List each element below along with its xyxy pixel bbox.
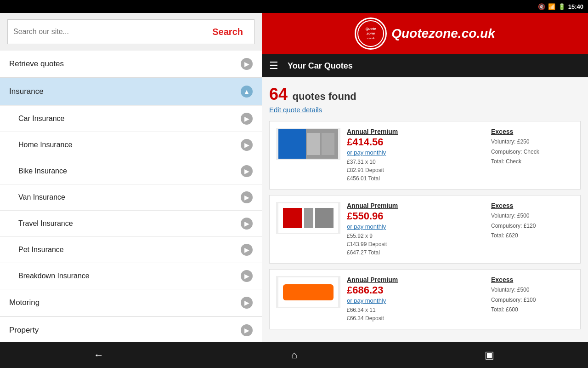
quote-logo-1 bbox=[276, 128, 340, 160]
logo-container: Quote zone .co.uk Quotezone.co.uk bbox=[355, 17, 495, 50]
svg-rect-10 bbox=[304, 208, 313, 228]
nav-sub-item-home-insurance[interactable]: Home Insurance ▶ bbox=[0, 132, 262, 158]
nav-item-insurance[interactable]: Insurance ▲ bbox=[0, 78, 262, 105]
bottom-nav: ← ⌂ ▣ bbox=[0, 342, 588, 368]
recent-button[interactable]: ▣ bbox=[471, 345, 508, 365]
excess-label: Excess bbox=[491, 202, 574, 209]
search-button[interactable]: Search bbox=[201, 20, 254, 44]
nav-header: ☰ Your Car Quotes bbox=[262, 54, 588, 77]
chevron-icon: ▶ bbox=[241, 165, 253, 177]
quote-details-3: Annual Premium £686.23 or pay monthly £6… bbox=[347, 276, 485, 322]
svg-text:.co.uk: .co.uk bbox=[367, 37, 375, 40]
chevron-icon: ▶ bbox=[241, 58, 253, 70]
search-bar: Search bbox=[7, 19, 254, 44]
home-button[interactable]: ⌂ bbox=[277, 345, 311, 365]
excess-details: Voluntary: £500Compulsory: £100Total: £6… bbox=[491, 285, 574, 315]
mute-icon: 🔇 bbox=[538, 3, 545, 10]
nav-sub-item-travel-insurance[interactable]: Travel Insurance ▶ bbox=[0, 211, 262, 237]
nav-sub-item-van-insurance[interactable]: Van Insurance ▶ bbox=[0, 184, 262, 211]
chevron-icon: ▶ bbox=[241, 113, 253, 125]
quotes-summary: 64 quotes found Edit quote details bbox=[269, 85, 581, 114]
wifi-icon: 📶 bbox=[548, 3, 555, 10]
logo-text: Quotezone.co.uk bbox=[391, 26, 495, 41]
hamburger-icon[interactable]: ☰ bbox=[269, 60, 278, 72]
pay-monthly-link[interactable]: or pay monthly bbox=[347, 297, 485, 304]
quotes-content: 64 quotes found Edit quote details Annua… bbox=[262, 77, 588, 342]
chevron-icon: ▶ bbox=[241, 244, 253, 256]
chevron-icon: ▶ bbox=[241, 297, 253, 309]
nav-sub-item-label: Home Insurance bbox=[18, 141, 72, 149]
quotes-count-line: 64 quotes found bbox=[269, 85, 581, 104]
annual-premium-label: Annual Premium bbox=[347, 202, 485, 209]
monthly-details: £55.92 x 9£143.99 Deposit£647.27 Total bbox=[347, 232, 485, 257]
chevron-icon: ▲ bbox=[241, 86, 253, 98]
nav-item-label: Retrieve quotes bbox=[9, 59, 64, 69]
quote-details-1: Annual Premium £414.56 or pay monthly £3… bbox=[347, 128, 485, 183]
left-panel: Search Retrieve quotes ▶Insurance ▲Car I… bbox=[0, 13, 262, 342]
chevron-icon: ▶ bbox=[241, 218, 253, 230]
nav-item-retrieve-quotes[interactable]: Retrieve quotes ▶ bbox=[0, 51, 262, 78]
chevron-icon: ▶ bbox=[241, 270, 253, 282]
quote-card-2[interactable]: Annual Premium £550.96 or pay monthly £5… bbox=[269, 195, 581, 264]
nav-sub-item-bike-insurance[interactable]: Bike Insurance ▶ bbox=[0, 158, 262, 184]
main-area: Search Retrieve quotes ▶Insurance ▲Car I… bbox=[0, 13, 588, 342]
quote-excess-1: Excess Voluntary: £250Compulsory: CheckT… bbox=[491, 128, 574, 167]
excess-label: Excess bbox=[491, 128, 574, 135]
edit-quote-link[interactable]: Edit quote details bbox=[269, 106, 581, 114]
nav-list: Retrieve quotes ▶Insurance ▲Car Insuranc… bbox=[0, 51, 262, 342]
pay-monthly-link[interactable]: or pay monthly bbox=[347, 149, 485, 156]
pay-monthly-link[interactable]: or pay monthly bbox=[347, 223, 485, 230]
nav-sub-item-label: Car Insurance bbox=[18, 115, 65, 123]
status-bar: 🔇 📶 🔋 15:40 bbox=[0, 0, 588, 13]
chevron-icon: ▶ bbox=[241, 324, 253, 336]
svg-text:Quote: Quote bbox=[366, 27, 377, 31]
monthly-details: £66.34 x 11£66.34 Deposit bbox=[347, 306, 485, 322]
svg-rect-13 bbox=[283, 284, 334, 300]
premium-price: £550.96 bbox=[347, 210, 485, 222]
quote-excess-2: Excess Voluntary: £500Compulsory: £120To… bbox=[491, 202, 574, 241]
back-button[interactable]: ← bbox=[80, 345, 118, 365]
clock: 15:40 bbox=[568, 3, 583, 10]
nav-item-label: Motoring bbox=[9, 298, 40, 307]
status-icons: 🔇 📶 🔋 15:40 bbox=[538, 3, 583, 10]
quote-details-2: Annual Premium £550.96 or pay monthly £5… bbox=[347, 202, 485, 257]
premium-price: £686.23 bbox=[347, 284, 485, 296]
svg-rect-7 bbox=[322, 133, 334, 155]
nav-sub-item-pet-insurance[interactable]: Pet Insurance ▶ bbox=[0, 237, 262, 263]
nav-sub-item-label: Travel Insurance bbox=[18, 219, 73, 228]
nav-item-motoring[interactable]: Motoring ▶ bbox=[0, 289, 262, 316]
annual-premium-label: Annual Premium bbox=[347, 128, 485, 135]
nav-sub-item-label: Pet Insurance bbox=[18, 246, 64, 254]
quote-excess-3: Excess Voluntary: £500Compulsory: £100To… bbox=[491, 276, 574, 315]
excess-details: Voluntary: £250Compulsory: CheckTotal: C… bbox=[491, 137, 574, 167]
nav-sub-item-car-insurance[interactable]: Car Insurance ▶ bbox=[0, 106, 262, 132]
nav-sub-item-breakdown-insurance[interactable]: Breakdown Insurance ▶ bbox=[0, 263, 262, 289]
chevron-icon: ▶ bbox=[241, 191, 253, 203]
battery-icon: 🔋 bbox=[558, 3, 565, 10]
quotes-count-text: quotes found bbox=[293, 91, 356, 102]
quote-card-1[interactable]: Annual Premium £414.56 or pay monthly £3… bbox=[269, 121, 581, 190]
svg-rect-4 bbox=[278, 129, 306, 159]
svg-rect-11 bbox=[315, 208, 334, 228]
nav-item-label: Property bbox=[9, 326, 39, 335]
nav-header-title: Your Car Quotes bbox=[288, 61, 353, 71]
chevron-icon: ▶ bbox=[241, 139, 253, 151]
nav-item-property[interactable]: Property ▶ bbox=[0, 317, 262, 342]
monthly-details: £37.31 x 10£82.91 Deposit£456.01 Total bbox=[347, 158, 485, 183]
excess-label: Excess bbox=[491, 276, 574, 283]
right-panel: Quote zone .co.uk Quotezone.co.uk ☰ Your… bbox=[262, 13, 588, 342]
nav-item-label: Insurance bbox=[9, 87, 44, 96]
excess-details: Voluntary: £500Compulsory: £120Total: £6… bbox=[491, 211, 574, 241]
svg-rect-6 bbox=[307, 133, 320, 155]
quotes-count-number: 64 bbox=[269, 85, 288, 104]
quote-card-3[interactable]: Annual Premium £686.23 or pay monthly £6… bbox=[269, 269, 581, 329]
logo-circle: Quote zone .co.uk bbox=[355, 17, 387, 50]
top-bar: Quote zone .co.uk Quotezone.co.uk bbox=[262, 13, 588, 54]
svg-rect-9 bbox=[283, 208, 302, 228]
premium-price: £414.56 bbox=[347, 136, 485, 148]
nav-sub-item-label: Bike Insurance bbox=[18, 167, 67, 175]
quote-logo-2 bbox=[276, 202, 340, 234]
search-input[interactable] bbox=[8, 20, 201, 44]
quote-logo-3 bbox=[276, 276, 340, 308]
annual-premium-label: Annual Premium bbox=[347, 276, 485, 283]
